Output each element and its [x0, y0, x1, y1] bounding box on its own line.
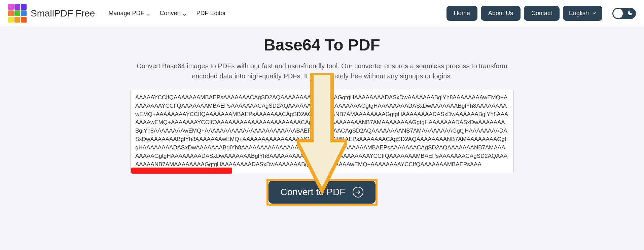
page-subtitle: Convert Base64 images to PDFs with our f…: [127, 61, 517, 81]
language-select[interactable]: English: [563, 6, 602, 21]
page-title: Base64 To PDF: [127, 36, 517, 54]
theme-toggle[interactable]: [612, 8, 636, 19]
language-label: English: [569, 10, 589, 17]
contact-button[interactable]: Contact: [524, 6, 560, 21]
chevron-down-icon: [592, 10, 596, 17]
logo[interactable]: SmallPDF Free: [8, 4, 95, 23]
arrow-right-circle-icon: [353, 187, 363, 198]
header-buttons: Home About Us Contact English: [446, 6, 636, 21]
spellcheck-underline: [131, 168, 232, 174]
home-button[interactable]: Home: [446, 6, 477, 21]
base64-input[interactable]: [130, 90, 514, 173]
about-button[interactable]: About Us: [481, 6, 521, 21]
logo-icon: [8, 4, 27, 23]
main-content: Base64 To PDF Convert Base64 images to P…: [120, 27, 524, 212]
nav-pdf-editor[interactable]: PDF Editor: [196, 10, 226, 17]
nav-label: PDF Editor: [196, 10, 226, 17]
toggle-knob: [613, 9, 623, 18]
nav-convert[interactable]: Convert: [159, 10, 187, 17]
convert-button-label: Convert to PDF: [281, 187, 346, 198]
nav-manage-pdf[interactable]: Manage PDF: [108, 10, 150, 17]
brand-name: SmallPDF Free: [31, 8, 95, 19]
main-nav: Manage PDF Convert PDF Editor: [108, 10, 226, 17]
moon-icon: [627, 10, 633, 17]
nav-label: Manage PDF: [108, 10, 144, 17]
chevron-down-icon: [146, 11, 150, 15]
header: SmallPDF Free Manage PDF Convert PDF Edi…: [0, 0, 644, 27]
nav-label: Convert: [159, 10, 181, 17]
convert-to-pdf-button[interactable]: Convert to PDF: [269, 181, 376, 204]
highlight-box: Convert to PDF: [266, 179, 378, 206]
chevron-down-icon: [183, 11, 187, 15]
